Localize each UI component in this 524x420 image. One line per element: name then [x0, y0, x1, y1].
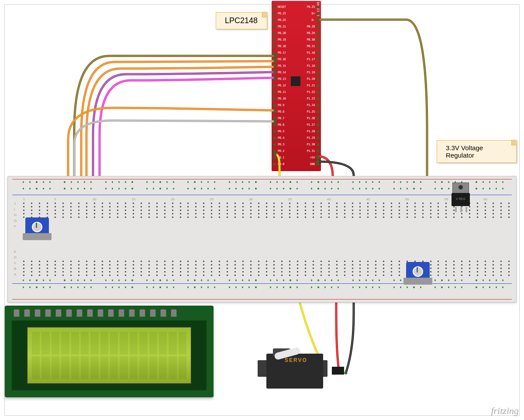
mcu-pin-p119: P1.19 [296, 70, 321, 75]
mcu-pin-p023: P0.23 [272, 11, 296, 16]
mcu-pin-p014: P0.14 [272, 70, 296, 75]
servo-motor: SERVO [253, 345, 332, 393]
mcu-pin-p03: P0.3 [272, 142, 296, 147]
lpc2148-module: LPC2148 RESETP0.23P0.22P0.21P0.20P0.19P0… [272, 1, 321, 171]
mcu-pin-p031: P0.31 [296, 44, 321, 49]
mcu-pin-p030: P0.30 [296, 37, 321, 42]
mcu-pin-p04: P0.4 [272, 135, 296, 141]
mcu-pin-p02: P0.2 [272, 148, 296, 154]
lcd-16x2 [5, 306, 214, 397]
label-lpc2148: LPC2148 [216, 12, 267, 29]
mcu-pin-p06: P0.6 [272, 122, 296, 127]
mcu-pin-d-: D- [296, 17, 321, 23]
mcu-pin-p122: P1.22 [296, 90, 321, 95]
mcu-pin-p131: P1.31 [296, 148, 321, 154]
mcu-pin-gnd: GND [296, 162, 321, 167]
mcu-pin-p019: P0.19 [272, 37, 296, 42]
servo-label: SERVO [285, 357, 307, 363]
mcu-pin-p120: P1.20 [296, 76, 321, 82]
mcu-pin-p022: P0.22 [272, 17, 296, 23]
breadboard: 151015202530354045505560 JIHGF EDCBA [7, 176, 517, 303]
mcu-pin-p127: P1.27 [296, 122, 321, 127]
potentiometer-adc [406, 262, 430, 283]
mcu-pin-p013: P0.13 [272, 76, 296, 82]
mcu-pin-p121: P1.21 [296, 83, 321, 88]
mcu-pin-p117: P1.17 [296, 57, 321, 62]
voltage-regulator: V REG [449, 182, 472, 212]
mcu-pin-p09: P0.9 [272, 103, 296, 108]
mcu-pin-p015: P0.15 [272, 63, 296, 69]
fritzing-watermark: fritzing [491, 405, 519, 417]
mcu-pin-p01: P0.1 [272, 155, 296, 160]
lcd-screen [27, 327, 192, 384]
mcu-pin-p05: P0.5 [272, 129, 296, 134]
mcu-pin-p130: P1.30 [296, 142, 321, 147]
mcu-pin-+5v: +5V [296, 155, 321, 160]
mcu-pin-p08: P0.8 [272, 109, 296, 114]
mcu-pin-p021: P0.21 [272, 24, 296, 29]
mcu-pin-p016: P0.16 [272, 57, 296, 62]
mcu-pin-p018: P0.18 [272, 44, 296, 49]
mcu-pin-p116: P1.16 [296, 50, 321, 55]
mcu-pin-d+: D+ [296, 11, 321, 16]
mcu-pin-p012: P0.12 [272, 83, 296, 88]
mcu-pin-p00: P0.0 [272, 162, 296, 167]
mcu-pin-p011: P0.11 [272, 90, 296, 95]
mcu-pin-p118: P1.18 [296, 63, 321, 69]
mcu-pin-p028: P0.28 [296, 24, 321, 29]
mcu-pin-p123: P1.23 [296, 96, 321, 101]
mcu-pin-p017: P0.17 [272, 50, 296, 55]
mcu-pin-p010: P0.10 [272, 96, 296, 101]
mcu-pin-p129: P1.29 [296, 135, 321, 141]
mcu-pin-p124: P1.24 [296, 103, 321, 108]
mcu-pin-p126: P1.26 [296, 116, 321, 121]
potentiometer-lcd-contrast [25, 217, 49, 238]
mcu-pin-p025: P0.25 [296, 4, 321, 10]
vreg-label: V REG [452, 193, 470, 206]
mcu-pin-p07: P0.7 [272, 116, 296, 121]
mcu-pin-reset: RESET [272, 4, 296, 10]
label-voltage-regulator: 3.3V Voltage Regulator [437, 140, 517, 163]
mcu-pin-p029: P0.29 [296, 31, 321, 36]
mcu-pin-p020: P0.20 [272, 31, 296, 36]
mcu-pin-p128: P1.28 [296, 129, 321, 134]
mcu-pin-p125: P1.25 [296, 109, 321, 114]
